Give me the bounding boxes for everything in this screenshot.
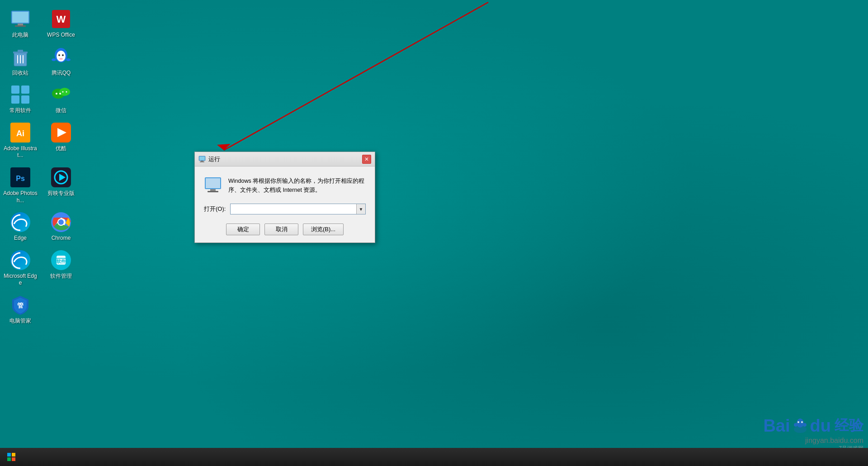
svg-rect-1 bbox=[12, 12, 28, 23]
desktop: 此电脑 W WPS Office bbox=[0, 0, 868, 466]
svg-point-27 bbox=[62, 91, 64, 93]
icon-chrome[interactable]: Chrome bbox=[41, 208, 81, 246]
icon-label-software-manager: 软件管理 bbox=[50, 273, 72, 280]
svg-point-18 bbox=[66, 58, 71, 61]
svg-point-24 bbox=[59, 88, 70, 96]
dialog-close-button[interactable]: ✕ bbox=[362, 155, 371, 164]
svg-text:Ai: Ai bbox=[16, 129, 24, 138]
baidu-brand-text2: du bbox=[810, 416, 831, 436]
icon-label-wechat: 微信 bbox=[56, 107, 66, 114]
adobe-illustrator-icon: Ai bbox=[9, 122, 31, 143]
run-dialog[interactable]: 运行 ✕ Windows 将根据你所输入的名称，为你打开相应的程 bbox=[194, 152, 375, 243]
icon-label-chrome: Chrome bbox=[52, 235, 71, 242]
dialog-overlay: 运行 ✕ Windows 将根据你所输入的名称，为你打开相应的程 bbox=[0, 0, 868, 466]
youku-icon bbox=[50, 122, 72, 143]
svg-point-28 bbox=[66, 91, 67, 93]
svg-rect-56 bbox=[206, 178, 220, 188]
icon-label-ai: Adobe Illustrat... bbox=[2, 145, 38, 159]
svg-point-42 bbox=[58, 219, 64, 225]
svg-text:Ps: Ps bbox=[16, 175, 25, 182]
dialog-confirm-button[interactable]: 确定 bbox=[226, 223, 260, 235]
icon-common-software[interactable]: 常用软件 bbox=[0, 80, 41, 118]
icon-label-wps: WPS Office bbox=[47, 32, 75, 39]
dialog-browse-button[interactable]: 浏览(B)... bbox=[303, 223, 344, 235]
dialog-info-icon bbox=[204, 176, 222, 194]
dialog-input-row: 打开(O): ▼ bbox=[204, 204, 366, 214]
icon-label-common-software: 常用软件 bbox=[9, 107, 31, 114]
qq-icon bbox=[50, 46, 72, 68]
icon-label-pc-guard: 电脑管家 bbox=[9, 318, 31, 325]
icon-label-computer: 此电脑 bbox=[12, 32, 28, 39]
icon-row-2: 常用软件 微信 bbox=[0, 80, 81, 118]
svg-rect-2 bbox=[18, 24, 23, 25]
recycle-bin-icon bbox=[9, 46, 31, 68]
svg-rect-21 bbox=[11, 95, 19, 104]
svg-line-49 bbox=[224, 2, 488, 150]
baidu-brand-text: Bai bbox=[763, 416, 790, 436]
svg-rect-66 bbox=[12, 453, 15, 456]
icon-youku[interactable]: 优酷 bbox=[41, 118, 81, 163]
icon-qq[interactable]: 腾讯QQ bbox=[41, 43, 81, 81]
icon-recycle[interactable]: 回收站 bbox=[0, 43, 41, 81]
icon-edge[interactable]: Edge bbox=[0, 208, 41, 246]
dialog-input-label: 打开(O): bbox=[204, 205, 226, 213]
svg-rect-20 bbox=[21, 86, 29, 94]
run-dialog-icon bbox=[198, 156, 206, 163]
svg-point-17 bbox=[52, 58, 56, 61]
dialog-buttons: 确定 取消 浏览(B)... bbox=[204, 223, 366, 235]
microsoft-edge-icon bbox=[9, 249, 31, 271]
svg-point-15 bbox=[62, 54, 64, 56]
svg-rect-67 bbox=[7, 457, 11, 461]
common-software-icon bbox=[9, 84, 31, 105]
icon-row-1: 回收站 腾讯QQ bbox=[0, 43, 81, 81]
icon-wps[interactable]: W WPS Office bbox=[41, 5, 81, 43]
icon-label-qq: 腾讯QQ bbox=[52, 70, 71, 77]
baidu-watermark: Bai du 经验 jingyan.baidu.com 7号游戏网 bbox=[763, 416, 863, 452]
start-button[interactable] bbox=[0, 448, 23, 466]
icon-adobe-photoshop[interactable]: Ps Adobe Photosh... bbox=[0, 163, 41, 208]
svg-point-13 bbox=[57, 51, 66, 62]
icon-label-youku: 优酷 bbox=[56, 145, 66, 152]
svg-point-14 bbox=[58, 54, 60, 56]
svg-rect-58 bbox=[208, 191, 218, 192]
dialog-cancel-button[interactable]: 取消 bbox=[264, 223, 298, 235]
icon-jianji[interactable]: 剪映专业版 bbox=[41, 163, 81, 208]
dialog-info-text: Windows 将根据你所输入的名称，为你打开相应的程序、文件夹、文档或 Int… bbox=[228, 176, 366, 195]
svg-point-26 bbox=[59, 93, 61, 95]
pc-guard-icon: 管 bbox=[9, 294, 31, 316]
baidu-url-text: jingyan.baidu.com bbox=[763, 437, 863, 445]
icon-row-4: Ps Adobe Photosh... 剪映专业版 bbox=[0, 163, 81, 208]
icon-label-recycle: 回收站 bbox=[12, 70, 28, 77]
dialog-dropdown-button[interactable]: ▼ bbox=[356, 204, 365, 214]
icon-row-3: Ai Adobe Illustrat... 优酷 bbox=[0, 118, 81, 163]
svg-rect-57 bbox=[210, 189, 216, 191]
dialog-input[interactable] bbox=[231, 204, 356, 214]
svg-rect-22 bbox=[21, 95, 29, 104]
icon-label-microsoft-edge: Microsoft Edge bbox=[2, 273, 38, 287]
svg-rect-3 bbox=[15, 25, 26, 27]
icon-pc-guard[interactable]: 管 电脑管家 bbox=[0, 290, 41, 328]
svg-text:W: W bbox=[57, 14, 66, 25]
icon-wechat[interactable]: 微信 bbox=[41, 80, 81, 118]
icon-row-7: 管 电脑管家 bbox=[0, 290, 81, 328]
icon-row-6: Microsoft Edge 软件 软件管理 bbox=[0, 246, 81, 290]
icon-software-manager[interactable]: 软件 软件管理 bbox=[41, 246, 81, 290]
desktop-icons-area: 此电脑 W WPS Office bbox=[0, 5, 81, 328]
dialog-info-row: Windows 将根据你所输入的名称，为你打开相应的程序、文件夹、文档或 Int… bbox=[204, 176, 366, 195]
icon-microsoft-edge[interactable]: Microsoft Edge bbox=[0, 246, 41, 290]
icon-label-ps: Adobe Photosh... bbox=[2, 190, 38, 204]
svg-rect-8 bbox=[18, 50, 23, 52]
dialog-titlebar: 运行 ✕ bbox=[195, 152, 375, 166]
icon-row-0: 此电脑 W WPS Office bbox=[0, 5, 81, 43]
dialog-title-text: 运行 bbox=[208, 155, 220, 163]
baidu-jingyan-text: 经验 bbox=[835, 416, 863, 436]
icon-adobe-illustrator[interactable]: Ai Adobe Illustrat... bbox=[0, 118, 41, 163]
chrome-icon bbox=[50, 211, 72, 233]
computer-icon bbox=[9, 8, 31, 30]
dialog-input-field-wrapper[interactable]: ▼ bbox=[230, 204, 366, 214]
svg-text:管: 管 bbox=[17, 302, 24, 309]
svg-marker-50 bbox=[217, 144, 231, 150]
svg-rect-54 bbox=[200, 162, 204, 162]
icon-this-computer[interactable]: 此电脑 bbox=[0, 5, 41, 43]
icon-label-jianji: 剪映专业版 bbox=[47, 190, 75, 197]
